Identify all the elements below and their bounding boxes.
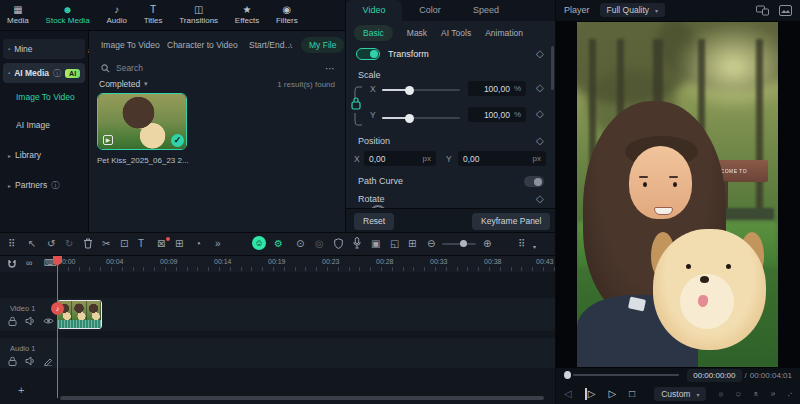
silence-detection-icon[interactable]: ◎: [315, 237, 324, 250]
screen-record-icon[interactable]: ◱: [390, 237, 399, 250]
tab-transitions[interactable]: ◫ Transitions: [172, 0, 225, 30]
undo-icon[interactable]: ↺: [47, 237, 55, 250]
link-clips-icon[interactable]: ∞: [26, 258, 32, 268]
tab-titles[interactable]: T Titles: [137, 0, 170, 30]
subtab-mask[interactable]: Mask: [407, 28, 427, 38]
tab-my-file[interactable]: My File: [301, 37, 344, 53]
quality-dropdown[interactable]: Full Quality ▾: [600, 3, 666, 17]
mute-track-icon[interactable]: [25, 356, 35, 366]
fit-timeline-icon[interactable]: ⊕: [483, 237, 491, 250]
transform-keyframe-icon[interactable]: ◇: [536, 48, 544, 59]
caret-down-icon[interactable]: ▾: [144, 80, 148, 88]
path-curve-toggle-switch[interactable]: [524, 176, 544, 187]
tab-color[interactable]: Color: [402, 0, 458, 21]
tab-speed[interactable]: Speed: [458, 0, 514, 21]
scale-y-slider[interactable]: [382, 117, 460, 119]
tab-image-to-video[interactable]: Image To Video: [101, 40, 160, 50]
stop-icon[interactable]: □: [629, 388, 635, 400]
tab-audio[interactable]: ♪ Audio: [99, 0, 133, 30]
lock-track-icon[interactable]: [8, 316, 17, 326]
reset-button[interactable]: Reset: [354, 213, 394, 230]
fullscreen-icon[interactable]: [788, 389, 792, 400]
caret-down-icon[interactable]: ▾: [533, 241, 536, 254]
voice-changer-icon[interactable]: ⊙: [296, 237, 304, 250]
search-bar[interactable]: Search ⋯: [101, 60, 335, 76]
more-tools-icon[interactable]: »: [215, 237, 221, 250]
sidebar-item-mine[interactable]: ▪ Mine: [3, 39, 85, 59]
track-manager-icon[interactable]: ⠿: [518, 237, 525, 250]
render-preview-icon[interactable]: ◔: [195, 237, 201, 250]
snapshot-camera-icon[interactable]: [754, 389, 758, 399]
scale-y-value-field[interactable]: 100,00 %: [468, 107, 526, 122]
audio-track-lane[interactable]: [0, 338, 555, 368]
scale-x-keyframe-icon[interactable]: ◇: [536, 82, 544, 93]
playback-speed-dropdown[interactable]: Custom ▾: [654, 387, 706, 401]
ai-assistant-icon[interactable]: ☺: [252, 236, 266, 250]
camera-off-icon[interactable]: [771, 389, 775, 399]
timeline-horizontal-scrollbar[interactable]: [60, 396, 544, 400]
hide-track-icon[interactable]: [43, 316, 54, 326]
sidebar-item-library[interactable]: ▸ Library: [3, 145, 85, 165]
timeline-zoom-knob[interactable]: [460, 240, 467, 247]
tab-stock-media[interactable]: ☻ Stock Media: [39, 0, 97, 30]
scale-link-icon[interactable]: [351, 84, 365, 128]
position-x-field[interactable]: 0,00 px: [364, 151, 436, 166]
crop-icon[interactable]: ⊡: [120, 237, 128, 250]
clip-marker-icon[interactable]: ♪: [51, 302, 64, 315]
mask-tool-icon[interactable]: ⊠: [157, 237, 165, 250]
scale-y-keyframe-icon[interactable]: ◇: [536, 108, 544, 119]
auto-ripple-icon[interactable]: ⊞: [408, 237, 416, 250]
keyframe-image-icon[interactable]: ▣: [371, 237, 380, 250]
sidebar-item-ai-media[interactable]: ▪ AI Media ⓘ AI: [3, 63, 85, 83]
keyframe-panel-button[interactable]: Keyframe Panel: [472, 213, 550, 230]
scale-y-slider-knob[interactable]: [405, 114, 414, 123]
transform-toggle-switch[interactable]: [356, 48, 380, 60]
subtab-animation[interactable]: Animation: [485, 28, 523, 38]
position-keyframe-icon[interactable]: ◇: [536, 135, 544, 146]
time-ruler[interactable]: ∞ ⌨ 00:00 00:04 00:09 00:14 00:19 00:23 …: [0, 256, 555, 272]
mirror-display-icon[interactable]: [756, 5, 769, 16]
position-y-field[interactable]: 0,00 px: [458, 151, 546, 166]
completed-filter[interactable]: Completed: [99, 79, 140, 89]
select-tool-icon[interactable]: ↖: [28, 237, 36, 250]
voiceover-mic-icon[interactable]: [353, 237, 361, 249]
step-backward-icon[interactable]: ◁: [564, 388, 572, 400]
delete-icon[interactable]: [83, 238, 93, 249]
tab-character-to-video[interactable]: Character to Video: [167, 40, 238, 50]
step-forward-icon[interactable]: ▷: [585, 388, 596, 400]
toolbox-icon[interactable]: ⠿: [8, 237, 15, 250]
rotate-keyframe-icon[interactable]: ◇: [536, 193, 544, 204]
scale-x-slider[interactable]: [382, 89, 460, 91]
pip-icon[interactable]: ⊞: [175, 237, 183, 250]
cinema-mode-icon[interactable]: [779, 5, 792, 16]
play-icon[interactable]: ▷: [608, 388, 616, 400]
more-options-icon[interactable]: ⋯: [325, 63, 335, 74]
mark-in-out-icon[interactable]: [719, 389, 723, 400]
subtab-basic[interactable]: Basic: [354, 25, 393, 41]
tab-video[interactable]: Video: [346, 0, 402, 21]
snap-magnet-icon[interactable]: [7, 259, 17, 269]
sidebar-item-ai-image[interactable]: AI Image: [16, 117, 50, 133]
tab-scroll-chevron-icon[interactable]: ›: [289, 40, 292, 50]
sidebar-item-partners[interactable]: ▸ Partners ⓘ: [3, 175, 85, 195]
scrubber-handle[interactable]: [564, 371, 571, 379]
transform-toggle[interactable]: [356, 48, 380, 60]
lock-track-icon[interactable]: [8, 356, 17, 366]
tab-filters[interactable]: ◉ Filters: [269, 0, 305, 30]
scale-x-value-field[interactable]: 100,00 %: [468, 81, 526, 96]
split-icon[interactable]: ✂: [102, 237, 110, 250]
timeline-clip[interactable]: [57, 300, 102, 329]
playhead-line[interactable]: [57, 256, 58, 398]
scrubber-track[interactable]: [573, 374, 679, 376]
redo-icon[interactable]: ↻: [65, 237, 73, 250]
denoise-shield-icon[interactable]: [334, 238, 343, 249]
tab-media[interactable]: ▦ Media: [0, 0, 36, 30]
edit-track-icon[interactable]: [43, 356, 53, 366]
tab-effects[interactable]: ★ Effects: [228, 0, 266, 30]
text-tool-icon[interactable]: T: [138, 237, 144, 250]
add-track-button[interactable]: +: [18, 384, 24, 396]
sidebar-item-image-to-video[interactable]: Image To Video: [16, 89, 75, 105]
video-preview[interactable]: WELCOME TO: [577, 22, 778, 367]
timeline-zoom-slider[interactable]: [442, 243, 476, 245]
mute-track-icon[interactable]: [25, 316, 35, 326]
